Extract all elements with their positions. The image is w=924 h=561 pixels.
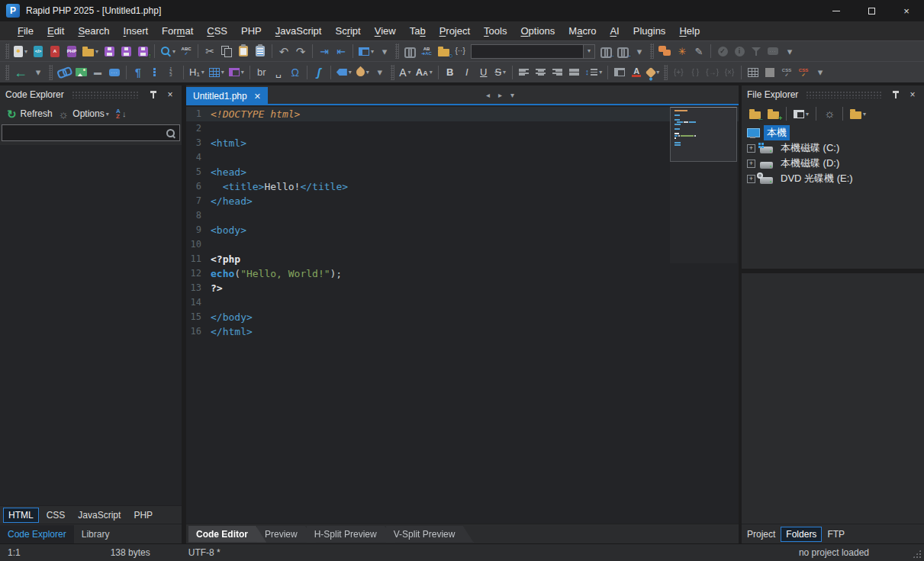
favorite-folders-dropdown[interactable]: ▾ — [863, 111, 866, 118]
table-dropdown[interactable]: ▾ — [221, 69, 224, 76]
view-mode-button[interactable]: ▾ — [791, 105, 811, 123]
document-info-button[interactable]: i — [731, 42, 748, 60]
hyperlink-button[interactable] — [55, 63, 72, 82]
code-line-11[interactable]: 11<?php — [186, 252, 739, 266]
tree-label[interactable]: 本機磁碟 (C:) — [778, 140, 842, 156]
quick-search-dropdown[interactable]: ▾ — [584, 44, 595, 59]
resize-grip[interactable] — [912, 549, 922, 559]
refresh-button[interactable]: ↻ Refresh — [5, 105, 55, 123]
code-line-6[interactable]: 6 <title>Hello!</title> — [186, 179, 739, 194]
menu-edit[interactable]: Edit — [40, 23, 71, 39]
justify-button[interactable] — [566, 63, 583, 82]
new-snippet-button[interactable]: ✳ — [674, 42, 691, 60]
tab-list-icon[interactable]: ▾ — [510, 91, 514, 99]
find-dialog-button[interactable] — [401, 42, 418, 60]
code-line-5[interactable]: 5<head> — [186, 165, 739, 179]
paste-code-button[interactable] — [252, 42, 269, 60]
paste-button[interactable] — [235, 42, 252, 60]
tab-javascript[interactable]: JavaScript — [72, 508, 126, 523]
special-character-button[interactable]: Ω — [287, 63, 304, 82]
panels-button[interactable]: ▾ — [356, 42, 376, 60]
tab-html[interactable]: HTML — [3, 508, 39, 523]
horizontal-rule-button[interactable]: ▬ — [89, 63, 106, 82]
format-painter-dropdown[interactable]: ▾ — [366, 69, 369, 76]
menu-ai[interactable]: AI — [603, 23, 626, 39]
image-button[interactable] — [72, 63, 89, 82]
options-dropdown[interactable]: ▾ — [106, 111, 109, 118]
decrease-font-dropdown[interactable]: ▾ — [430, 69, 433, 76]
expand-icon[interactable]: + — [747, 144, 755, 153]
favorite-folders-button[interactable]: ▾ — [848, 105, 868, 123]
minimize-button[interactable] — [819, 0, 854, 21]
find-previous-button[interactable]: ← — [597, 42, 614, 60]
paragraph-button[interactable]: ¶ — [130, 63, 146, 82]
menu-php[interactable]: PHP — [234, 23, 269, 39]
code-line-2[interactable]: 2 — [186, 121, 739, 136]
tab-scroll-right-icon[interactable]: ▸ — [498, 91, 502, 99]
tab-css[interactable]: CSS — [41, 508, 71, 523]
table-borders-button[interactable] — [745, 63, 761, 82]
toolbar-grip[interactable] — [650, 44, 654, 59]
tools-more-button[interactable]: ▾ — [781, 42, 798, 60]
toolbar-grip[interactable] — [49, 65, 53, 80]
toolbar-grip[interactable] — [5, 44, 9, 59]
code-line-16[interactable]: 16</html> — [186, 324, 739, 339]
line-break-button[interactable]: br — [253, 63, 270, 82]
background-fill-button[interactable] — [761, 63, 778, 82]
code-line-12[interactable]: 12echo("Hello, World!"); — [186, 266, 739, 281]
decrease-font-button[interactable]: AA▾ — [414, 63, 435, 82]
new-document-button[interactable]: ✱▾ — [11, 42, 30, 60]
increase-font-dropdown[interactable]: ▾ — [408, 69, 411, 76]
form-button[interactable]: ▾ — [227, 63, 246, 82]
increase-font-button[interactable]: A▾ — [397, 63, 414, 82]
tree-label[interactable]: 本機磁碟 (D:) — [778, 156, 842, 171]
expand-icon[interactable]: + — [747, 160, 755, 168]
css-stylesheet-button[interactable]: CSS✓ — [795, 63, 812, 82]
toolbar-grip[interactable] — [5, 65, 9, 80]
tree-item-drive-e[interactable]: +DVD 光碟機 (E:) — [742, 171, 924, 186]
code-line-7[interactable]: 7</head> — [186, 194, 739, 208]
nav-more-button[interactable]: ▾ — [30, 63, 47, 82]
css-inline-style-button[interactable]: CSS✓ — [778, 63, 795, 82]
tag-dropdown[interactable]: ▾ — [349, 69, 352, 76]
strikethrough-button[interactable]: S▾ — [492, 63, 509, 82]
menu-script[interactable]: Script — [328, 23, 367, 39]
folder-up-button[interactable]: ← — [746, 105, 763, 123]
css-edit-rule-button[interactable]: { } — [687, 63, 703, 82]
tab-scroll-left-icon[interactable]: ◂ — [486, 91, 490, 99]
view-mode-dropdown[interactable]: ▾ — [806, 111, 809, 118]
tab-project[interactable]: Project — [742, 527, 781, 542]
save-button[interactable] — [101, 42, 118, 60]
file-explorer-close-button[interactable]: × — [906, 89, 919, 101]
close-button[interactable]: × — [889, 0, 924, 21]
code-line-3[interactable]: 3<html> — [186, 136, 739, 150]
panel-drag-handle[interactable] — [806, 91, 882, 98]
edit-pencil-button[interactable]: ✎ — [691, 42, 707, 60]
view-tab-v-split-preview[interactable]: V-Split Preview — [386, 526, 474, 543]
expand-icon[interactable]: + — [747, 175, 755, 183]
indent-button[interactable]: ⇥ — [316, 42, 333, 60]
comment-button[interactable]: ··· — [106, 63, 123, 82]
tab-php[interactable]: PHP — [128, 508, 158, 523]
font-color-button[interactable]: A — [628, 63, 645, 82]
code-template-button[interactable]: {··} — [452, 42, 468, 60]
numbered-list-button[interactable]: 123 — [163, 63, 180, 82]
copy-button[interactable] — [218, 42, 235, 60]
css-goto-rule-button[interactable]: {→} — [703, 63, 721, 82]
menu-options[interactable]: Options — [514, 23, 562, 39]
tab-ftp[interactable]: FTP — [822, 527, 850, 542]
filter-button[interactable] — [748, 42, 765, 60]
non-breaking-space-button[interactable]: ␣ — [270, 63, 287, 82]
code-explorer-close-button[interactable]: × — [164, 89, 176, 101]
tag-button[interactable]: ▾ — [334, 63, 354, 82]
code-line-15[interactable]: 15</body> — [186, 310, 739, 324]
find-button[interactable]: ▾ — [158, 42, 178, 60]
find-in-files-button[interactable]: ○ — [435, 42, 452, 60]
highlight-color-dropdown[interactable]: ▾ — [656, 69, 659, 76]
code-line-14[interactable]: 14 — [186, 295, 739, 310]
code-explorer-tree[interactable] — [0, 145, 182, 505]
form-dropdown[interactable]: ▾ — [241, 69, 244, 76]
code-line-13[interactable]: 13?> — [186, 281, 739, 295]
tab-code-explorer[interactable]: Code Explorer — [0, 525, 74, 543]
line-spacing-button[interactable]: ↕▾ — [583, 63, 605, 82]
